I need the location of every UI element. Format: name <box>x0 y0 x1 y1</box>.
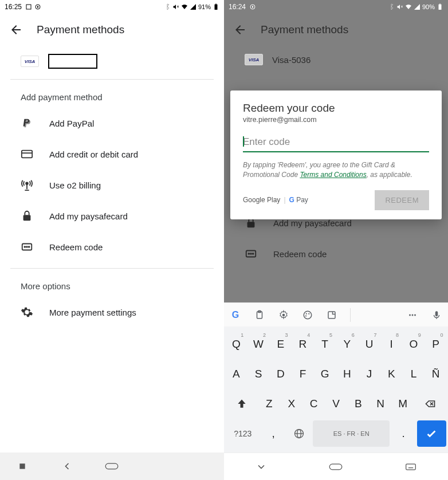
palette-icon[interactable] <box>302 309 313 321</box>
key-z[interactable]: Z <box>259 391 280 417</box>
svg-rect-35 <box>328 312 335 318</box>
key-a[interactable]: A <box>226 361 246 387</box>
svg-point-25 <box>248 253 249 254</box>
nav-home[interactable] <box>105 459 119 473</box>
keyboard-row-3: ZXCVBNM <box>225 389 447 418</box>
credit-card-icon <box>21 148 33 160</box>
antenna-icon <box>21 179 33 191</box>
svg-rect-21 <box>439 5 442 10</box>
screen-redeem-dialog: 16:24 90% Payment methods VISA Visa-5036 <box>224 0 448 480</box>
key-m[interactable]: M <box>392 391 413 417</box>
globe-key[interactable] <box>287 420 311 447</box>
battery-percent: 91% <box>198 3 211 10</box>
svg-rect-10 <box>23 215 31 221</box>
key-e[interactable]: E3 <box>270 331 291 357</box>
item-add-card[interactable]: Add credit or debit card <box>0 139 224 170</box>
payment-card-row[interactable]: VISA Visa-5036 <box>224 46 448 76</box>
key-n[interactable]: N <box>370 391 391 417</box>
svg-rect-39 <box>435 311 438 316</box>
keyboard-row-2: ASDFGHJKLÑ <box>225 360 447 388</box>
key-ñ[interactable]: Ñ <box>426 361 446 387</box>
svg-point-30 <box>282 313 285 316</box>
back-arrow-icon[interactable] <box>233 23 247 37</box>
key-k[interactable]: K <box>381 361 402 387</box>
nav-recents[interactable] <box>15 459 29 473</box>
key-h[interactable]: H <box>337 361 357 387</box>
key-l[interactable]: L <box>403 361 424 387</box>
back-arrow-icon[interactable] <box>9 23 23 37</box>
item-redeem-code[interactable]: Redeem code <box>0 231 224 262</box>
mic-icon[interactable] <box>431 309 442 321</box>
section-add-payment: Add payment method <box>0 80 224 108</box>
key-s[interactable]: S <box>248 361 269 387</box>
dialog-email: vitre.pierre@gmail.com <box>243 116 429 124</box>
page-title: Payment methods <box>261 23 348 36</box>
item-redeem-code[interactable]: Redeem code <box>224 238 448 269</box>
item-label: Add PayPal <box>49 119 94 128</box>
clipboard-icon[interactable] <box>254 309 265 321</box>
battery-icon <box>437 3 443 10</box>
svg-rect-7 <box>22 151 32 158</box>
item-paysafecard[interactable]: Add my paysafecard <box>0 200 224 231</box>
key-t[interactable]: T5 <box>315 331 335 357</box>
notification-icon <box>25 3 32 10</box>
comma-key[interactable]: , <box>261 420 285 447</box>
key-w[interactable]: W2 <box>248 331 269 357</box>
nav-back[interactable] <box>60 459 74 473</box>
item-more-settings[interactable]: More payment settings <box>0 297 224 328</box>
symbols-key[interactable]: ?123 <box>226 420 260 447</box>
svg-rect-6 <box>215 4 217 5</box>
status-bar: 16:24 90% <box>224 0 448 14</box>
svg-point-37 <box>412 314 414 316</box>
key-f[interactable]: F <box>293 361 313 387</box>
key-c[interactable]: C <box>304 391 324 417</box>
item-o2-billing[interactable]: Use o2 billing <box>0 170 224 200</box>
key-x[interactable]: X <box>281 391 302 417</box>
app-header: Payment methods <box>0 14 224 46</box>
key-y[interactable]: Y6 <box>337 331 357 357</box>
backspace-key[interactable] <box>415 391 446 417</box>
enter-key[interactable] <box>417 420 446 447</box>
mute-icon <box>396 3 403 10</box>
wifi-icon <box>405 3 412 10</box>
key-b[interactable]: B <box>348 391 368 417</box>
section-more-options: More options <box>0 269 224 297</box>
settings-icon[interactable] <box>278 309 289 321</box>
item-label: Add credit or debit card <box>49 149 138 159</box>
redeem-button[interactable]: REDEEM <box>375 190 429 210</box>
more-icon[interactable] <box>407 309 418 321</box>
key-i[interactable]: I8 <box>381 331 402 357</box>
nav-home[interactable] <box>329 460 343 474</box>
payment-card-row[interactable]: VISA <box>0 46 224 79</box>
space-key[interactable]: ES · FR · EN <box>313 420 390 447</box>
nav-down[interactable] <box>254 460 268 474</box>
key-u[interactable]: U7 <box>359 331 380 357</box>
visa-badge: VISA <box>245 54 263 65</box>
status-bar: 16:25 91% <box>0 0 224 14</box>
terms-link[interactable]: Terms and Conditions <box>300 171 366 179</box>
google-icon[interactable]: G <box>230 309 241 321</box>
key-q[interactable]: Q1 <box>226 331 246 357</box>
sticker-icon[interactable] <box>326 309 337 321</box>
google-play-logo: Google Play <box>243 196 280 204</box>
svg-point-32 <box>306 313 307 314</box>
item-add-paypal[interactable]: Add PayPal <box>0 108 224 139</box>
key-j[interactable]: J <box>359 361 380 387</box>
key-v[interactable]: V <box>326 391 347 417</box>
nav-keyboard[interactable] <box>404 460 418 474</box>
period-key[interactable]: . <box>391 420 415 447</box>
key-o[interactable]: O9 <box>403 331 424 357</box>
svg-point-33 <box>308 313 309 314</box>
lock-rotation-icon <box>34 3 41 10</box>
svg-rect-15 <box>19 463 25 469</box>
code-input[interactable] <box>243 134 429 152</box>
battery-percent: 90% <box>422 3 435 10</box>
key-p[interactable]: P0 <box>426 331 446 357</box>
svg-point-26 <box>250 253 251 254</box>
key-g[interactable]: G <box>315 361 335 387</box>
shift-key[interactable] <box>226 391 257 417</box>
key-r[interactable]: R4 <box>293 331 313 357</box>
key-d[interactable]: D <box>270 361 291 387</box>
keyboard-toolbar: G <box>224 302 448 326</box>
card-label: Visa-5036 <box>272 55 311 65</box>
